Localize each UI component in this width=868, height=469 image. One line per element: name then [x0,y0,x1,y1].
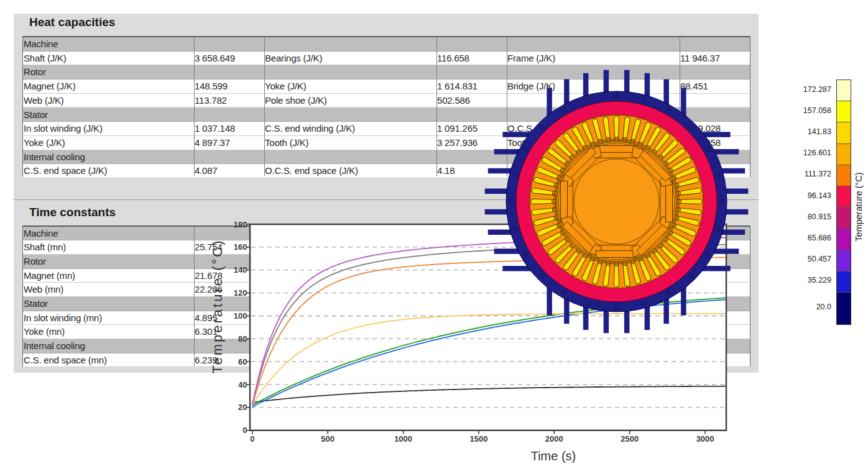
svg-text:Temperature (°C): Temperature (°C) [854,172,864,241]
